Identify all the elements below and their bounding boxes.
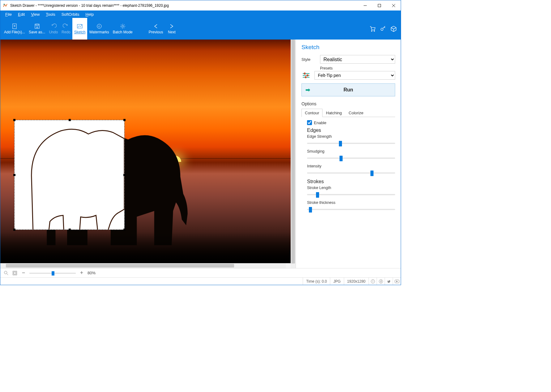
redo-button[interactable]: Redo [60,18,72,40]
preset-select[interactable]: Felt-Tip pen [314,71,395,80]
toolbar: Add File(s)... Save as... Undo Redo Sket… [0,18,401,40]
zoom-percent: 80% [88,271,96,275]
svg-line-34 [7,273,8,275]
svg-point-26 [381,28,383,30]
zoom-bar: − + 80% [0,268,401,277]
zoom-out-button[interactable]: − [21,270,26,276]
sketch-panel: Sketch Style Realistic Presets Felt-Tip … [296,40,401,268]
stroke-length-slider[interactable] [307,191,395,197]
svg-line-21 [124,27,125,28]
info-icon[interactable] [369,278,377,285]
menu-tools[interactable]: Tools [43,11,58,17]
svg-line-22 [124,24,125,25]
undo-button[interactable]: Undo [47,18,60,40]
facebook-icon[interactable] [377,278,385,285]
window-title: Sketch Drawer - ****Unregistered version… [10,3,358,8]
undo-icon [50,23,57,29]
tab-contour[interactable]: Contour [301,109,322,117]
intensity-label: Intensity [307,164,395,168]
svg-point-33 [4,271,7,274]
menubar: File Edit View Tools SoftOrbits Help [0,11,401,18]
save-icon [34,23,40,29]
youtube-icon[interactable] [393,278,401,285]
save-as-button[interactable]: Save as... [27,18,47,40]
twitter-icon[interactable] [385,278,393,285]
panel-title: Sketch [301,44,395,51]
svg-line-23 [121,27,122,28]
tab-hatching[interactable]: Hatching [322,109,345,117]
svg-point-1 [3,4,5,5]
image-canvas[interactable] [0,40,291,263]
svg-point-25 [374,31,375,32]
arrow-right-icon [169,23,175,29]
svg-rect-3 [378,4,381,7]
close-button[interactable] [387,0,401,11]
next-button[interactable]: Next [165,18,178,40]
run-button[interactable]: ➡ Run [301,83,395,96]
watermark-icon: C [96,23,102,29]
intensity-slider[interactable] [307,170,395,176]
edge-strength-slider[interactable] [307,140,395,146]
status-format: JPG [330,278,344,285]
run-arrow-icon: ➡ [305,86,310,93]
arrow-left-icon [153,23,159,29]
strokes-heading: Strokes [307,179,395,184]
sketch-icon [77,23,83,29]
menu-softorbits[interactable]: SoftOrbits [58,11,83,17]
svg-text:C: C [98,25,100,28]
selection-rectangle[interactable] [14,120,125,230]
svg-rect-35 [13,271,17,275]
svg-rect-31 [307,74,308,76]
maximize-button[interactable] [372,0,387,11]
svg-rect-36 [14,272,16,274]
style-select[interactable]: Realistic [320,55,395,64]
menu-view[interactable]: View [28,11,43,17]
app-icon [3,3,8,8]
style-label: Style [301,57,316,62]
svg-line-20 [121,24,122,25]
add-files-button[interactable]: Add File(s)... [2,18,27,40]
zoom-slider[interactable] [29,270,76,276]
stroke-thickness-slider[interactable] [307,206,395,212]
sketch-preview [15,120,124,230]
previous-button[interactable]: Previous [147,18,165,40]
watermarks-button[interactable]: C Watermarks [87,18,111,40]
presets-label: Presets [320,66,395,70]
edge-strength-label: Edge Strength [307,134,395,139]
status-dimensions: 1920x1280 [344,278,369,285]
sketch-tool-button[interactable]: Sketch [72,18,88,40]
menu-file[interactable]: File [2,11,15,17]
enable-checkbox[interactable]: Enable [307,120,395,125]
options-label: Options [301,101,395,106]
svg-rect-10 [36,24,38,26]
svg-rect-30 [304,73,305,74]
cart-button[interactable] [367,18,378,40]
svg-point-24 [371,31,372,32]
zoom-fit-icon[interactable] [12,270,18,276]
zoom-actual-icon[interactable] [3,270,9,276]
smudging-slider[interactable] [307,155,395,161]
minimize-button[interactable] [358,0,372,11]
sliders-icon [301,72,311,79]
svg-point-15 [122,25,124,27]
zoom-in-button[interactable]: + [79,270,84,276]
redo-icon [63,23,69,29]
horizontal-scrollbar[interactable] [0,263,286,268]
menu-help[interactable]: Help [82,11,97,17]
stroke-length-label: Stroke Length [307,186,395,190]
titlebar: Sketch Drawer - ****Unregistered version… [0,0,401,11]
svg-rect-32 [305,76,306,78]
tab-colorize[interactable]: Colorize [345,109,367,117]
stroke-thickness-label: Stroke thickness [307,200,395,205]
menu-edit[interactable]: Edit [15,11,28,17]
key-button[interactable] [378,18,388,40]
canvas-area[interactable] [0,40,291,268]
add-file-icon [11,23,18,29]
batch-mode-button[interactable]: Batch Mode [111,18,135,40]
package-button[interactable] [388,18,399,40]
vertical-scrollbar[interactable] [291,40,296,268]
svg-point-39 [373,280,373,280]
status-time: Time (s): 0.0 [303,278,330,285]
smudging-label: Smudging [307,149,395,154]
edges-heading: Edges [307,128,395,133]
